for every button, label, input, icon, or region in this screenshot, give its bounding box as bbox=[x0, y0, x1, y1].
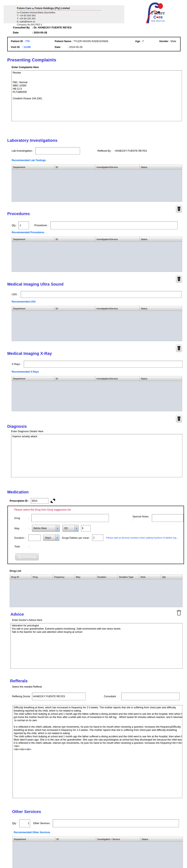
uss-input[interactable] bbox=[21, 291, 182, 298]
logo-care-c: C bbox=[153, 15, 156, 19]
clinic-phone2: T: +24 84 225 252 bbox=[17, 17, 101, 20]
patient-id-label: Patient ID bbox=[11, 40, 23, 43]
section-title-ultrasound: Medical Imaging Ultra Sound bbox=[7, 282, 187, 286]
other-services-qty-input[interactable] bbox=[19, 819, 30, 827]
duration-input[interactable] bbox=[28, 534, 41, 541]
chevron-down-icon: ▼ bbox=[56, 525, 59, 531]
duration-unit-value: Day/s bbox=[45, 536, 51, 539]
lab-delete-button[interactable]: ↻ bbox=[176, 205, 182, 213]
col-id: ID bbox=[54, 237, 95, 242]
xray-table-empty-body bbox=[12, 381, 182, 411]
prescription-id-input[interactable] bbox=[31, 498, 48, 504]
svg-text:↻: ↻ bbox=[178, 278, 180, 280]
procedures-qty-label: Qty : bbox=[12, 224, 17, 227]
procedures-delete-button[interactable]: ↻ bbox=[176, 275, 182, 283]
col-drug: Drug bbox=[31, 575, 53, 580]
way-select[interactable]: Before Meal ▼ bbox=[32, 525, 60, 532]
col-id: ID bbox=[54, 165, 95, 169]
section-title-xray: Medical Imaging X-Ray bbox=[7, 351, 187, 356]
col-department: Department bbox=[12, 306, 54, 311]
special-notes-input[interactable] bbox=[152, 514, 184, 522]
drug-colon: : bbox=[28, 517, 29, 520]
recommended-other-services-link[interactable]: Recommended Other Services bbox=[14, 831, 187, 834]
procedures-input-label: Procedures : bbox=[34, 224, 48, 227]
drug-input[interactable] bbox=[31, 514, 109, 522]
col-status: Status bbox=[140, 837, 183, 842]
col-investigation-service: Investigation/Service bbox=[95, 376, 140, 381]
advice-label: Enter Doctor's Advice Here bbox=[12, 619, 187, 621]
chevron-down-icon: ▼ bbox=[55, 535, 59, 540]
col-department: Department bbox=[13, 837, 55, 842]
fraction-note: Please add as decimal numbers when addin… bbox=[106, 536, 178, 539]
duration-unit-select[interactable]: Day/s ▼ bbox=[43, 535, 59, 541]
uss-table-header: Department ID Investigation/Service Stat… bbox=[12, 306, 182, 311]
other-services-table-empty-body bbox=[13, 842, 183, 868]
lab-investigation-input[interactable] bbox=[35, 147, 80, 154]
refferal-input-row: Reffering Doctor Consultant bbox=[12, 692, 187, 700]
reffering-doctor-input[interactable] bbox=[32, 692, 85, 700]
patient-row-1: Patient ID : 770 Patient Name : TYLER NI… bbox=[11, 40, 180, 43]
drug-row: Drug : Special Notes : bbox=[14, 514, 184, 522]
recommended-lab-testings-link[interactable]: Recommended Lab Testings bbox=[12, 159, 187, 162]
duration-label: Duration : bbox=[14, 536, 26, 539]
other-services-input[interactable] bbox=[53, 819, 179, 827]
procedures-input[interactable] bbox=[50, 221, 178, 229]
recommended-uss-link[interactable]: Recommended USS bbox=[12, 300, 187, 303]
uss-delete-button[interactable]: ↻ bbox=[176, 344, 182, 352]
consulted-by-label: Consulted By bbox=[13, 26, 31, 29]
patient-id-value: : 770 bbox=[24, 40, 30, 43]
recommended-procedures-link[interactable]: Recommended Procedures bbox=[12, 231, 187, 234]
patient-name-value: : TYLER NIXON RADEGONDE bbox=[72, 40, 108, 43]
consultant-input[interactable] bbox=[121, 692, 180, 700]
clinic-title: Future Care by Future Holdings (Pty) Lim… bbox=[17, 7, 101, 10]
col-qty: Qty bbox=[161, 575, 182, 580]
frequency-selected-value: OD bbox=[64, 527, 68, 530]
per-meal-input[interactable] bbox=[92, 534, 103, 541]
col-investigation-service: Investigation/Service bbox=[95, 306, 140, 311]
referred-by-label: Reffered By : bbox=[97, 149, 112, 152]
drug-list-header: Drug ID Drug Fequency Way Duration Durat… bbox=[10, 575, 183, 580]
xray-input-row: X-Rays : bbox=[12, 361, 187, 368]
other-services-input-label: Other Services : bbox=[33, 822, 51, 825]
drug-label: Drug bbox=[14, 517, 28, 520]
consulted-by-value: : Dr. HANECKY FUENTE REYES bbox=[32, 26, 72, 29]
gender-value: : Male bbox=[169, 40, 176, 43]
diagnosis-textarea[interactable]: Impress ansiety attack bbox=[11, 434, 182, 477]
complaints-textarea[interactable]: Review FBC- Normal WBC-10350 HB-12.5 PLT… bbox=[11, 70, 182, 121]
col-status: Status bbox=[140, 165, 182, 169]
col-investigation-service: Investigation/Service bbox=[95, 165, 140, 169]
age-value: : 7 bbox=[141, 40, 144, 43]
visit-id-label: Visit ID bbox=[11, 45, 20, 49]
section-title-refferals: Refferals bbox=[10, 679, 187, 683]
refferal-details-textarea[interactable]: Difficulty breathing at times, which has… bbox=[12, 705, 182, 798]
trash-outline-icon bbox=[177, 610, 181, 616]
patient-row-2: Visit ID : 13190 Date : 2024-05-28 bbox=[11, 45, 180, 49]
uss-input-label: USS : bbox=[12, 293, 18, 296]
xray-input[interactable] bbox=[24, 361, 183, 368]
refresh-icon[interactable] bbox=[50, 498, 56, 504]
procedures-qty-input[interactable] bbox=[18, 221, 29, 229]
recommended-xray-link[interactable]: Recommended X-Rays bbox=[12, 370, 187, 373]
uss-trash-row: ↻ bbox=[0, 344, 182, 352]
diagnosis-label: Enter Diagnosis Details Here bbox=[11, 430, 187, 433]
consult-date-value: : 2024-05-28 bbox=[32, 31, 47, 34]
add-drug-button[interactable]: + Add Drug bbox=[15, 553, 39, 560]
medication-entry-box: Please select the Drug from Drug suggess… bbox=[7, 506, 184, 564]
consult-date-label: Date bbox=[13, 31, 31, 34]
trash-icon: ↻ bbox=[177, 346, 181, 351]
drug-list-delete-button[interactable] bbox=[176, 609, 182, 617]
lab-input-label: Lab Investingation : bbox=[12, 149, 33, 152]
clinic-header: Future Care by Future Holdings (Pty) Lim… bbox=[4, 5, 165, 23]
patient-name-label: Patient Name bbox=[55, 40, 71, 43]
lab-table-header: Department ID Investigation/Service Stat… bbox=[12, 165, 182, 169]
advice-textarea[interactable]: Valoration for psicologist You talk to y… bbox=[10, 623, 183, 669]
col-department: Department bbox=[12, 376, 54, 381]
frequency-qty-input[interactable] bbox=[81, 525, 91, 531]
frequency-select[interactable]: OD ▼ bbox=[63, 525, 79, 532]
procedures-table-header: Department ID Investigation/Service Stat… bbox=[12, 237, 182, 242]
xray-delete-button[interactable]: ↻ bbox=[176, 415, 182, 423]
lab-input-row: Lab Investingation : Reffered By : HANEC… bbox=[12, 147, 187, 154]
total-colon: : bbox=[29, 545, 30, 548]
way-label: Way bbox=[14, 527, 29, 530]
total-row: Total : bbox=[14, 545, 184, 548]
